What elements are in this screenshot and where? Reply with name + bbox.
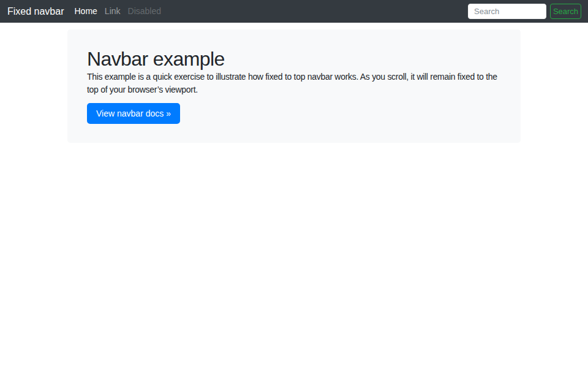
navbar-brand[interactable]: Fixed navbar (7, 6, 64, 17)
view-navbar-docs-button[interactable]: View navbar docs » (87, 103, 180, 124)
jumbotron: Navbar example This example is a quick e… (67, 29, 521, 143)
navbar-nav: Home Link Disabled (71, 0, 165, 23)
page-title: Navbar example (87, 47, 501, 71)
nav-item-disabled: Disabled (124, 0, 165, 23)
nav-item-link[interactable]: Link (101, 0, 124, 23)
intro-text: This example is a quick exercise to illu… (87, 71, 501, 96)
nav-item-home[interactable]: Home (71, 0, 101, 23)
search-button[interactable]: Search (550, 4, 581, 19)
search-input[interactable] (468, 4, 546, 19)
search-form: Search (468, 4, 581, 19)
navbar: Fixed navbar Home Link Disabled Search (0, 0, 588, 23)
